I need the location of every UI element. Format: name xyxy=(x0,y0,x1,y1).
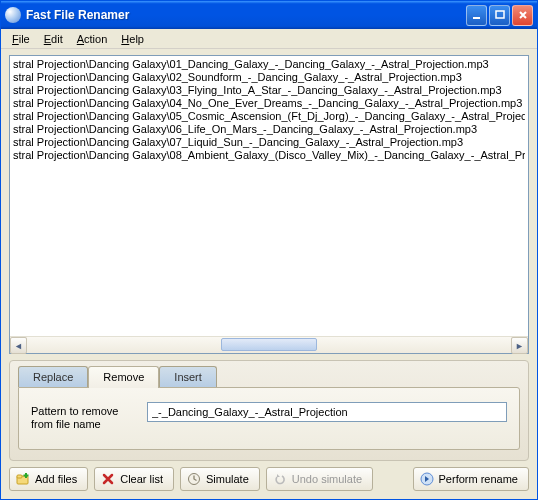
horizontal-scrollbar[interactable]: ◄ ► xyxy=(10,336,528,353)
tab-remove-body: Pattern to remove from file name xyxy=(18,387,520,450)
menu-action[interactable]: Action xyxy=(70,31,115,47)
clear-list-label: Clear list xyxy=(120,473,163,485)
titlebar: Fast File Renamer xyxy=(1,1,537,29)
undo-simulate-label: Undo simulate xyxy=(292,473,362,485)
pattern-remove-input[interactable] xyxy=(147,402,507,422)
tab-replace[interactable]: Replace xyxy=(18,366,88,387)
file-list-row[interactable]: stral Projection\Dancing Galaxy\05_Cosmi… xyxy=(13,110,525,123)
maximize-button[interactable] xyxy=(489,5,510,26)
simulate-button[interactable]: Simulate xyxy=(180,467,260,491)
menu-edit[interactable]: Edit xyxy=(37,31,70,47)
scrollbar-thumb[interactable] xyxy=(221,338,318,351)
file-list-row[interactable]: stral Projection\Dancing Galaxy\07_Liqui… xyxy=(13,136,525,149)
tab-remove[interactable]: Remove xyxy=(88,366,159,388)
svg-rect-0 xyxy=(473,17,480,19)
clear-x-icon xyxy=(101,472,115,486)
undo-icon xyxy=(273,472,287,486)
file-list-row[interactable]: stral Projection\Dancing Galaxy\01_Danci… xyxy=(13,58,525,71)
undo-simulate-button[interactable]: Undo simulate xyxy=(266,467,373,491)
add-files-label: Add files xyxy=(35,473,77,485)
toolbar-spacer xyxy=(379,467,406,491)
tab-insert[interactable]: Insert xyxy=(159,366,217,387)
app-icon xyxy=(5,7,21,23)
file-list-row[interactable]: stral Projection\Dancing Galaxy\03_Flyin… xyxy=(13,84,525,97)
clock-icon xyxy=(187,472,201,486)
content-area: stral Projection\Dancing Galaxy\01_Danci… xyxy=(1,49,537,499)
perform-rename-label: Perform rename xyxy=(439,473,518,485)
bottom-toolbar: Add files Clear list Simulate Undo simul… xyxy=(9,467,529,491)
clear-list-button[interactable]: Clear list xyxy=(94,467,174,491)
window-title: Fast File Renamer xyxy=(26,8,464,22)
file-list-row[interactable]: stral Projection\Dancing Galaxy\08_Ambie… xyxy=(13,149,525,162)
folder-add-icon xyxy=(16,472,30,486)
file-list-row[interactable]: stral Projection\Dancing Galaxy\02_Sound… xyxy=(13,71,525,84)
file-list-row[interactable]: stral Projection\Dancing Galaxy\06_Life_… xyxy=(13,123,525,136)
tab-strip: Replace Remove Insert xyxy=(10,361,528,387)
svg-rect-1 xyxy=(496,11,504,18)
scroll-right-button[interactable]: ► xyxy=(511,337,528,354)
menubar: File Edit Action Help xyxy=(1,29,537,49)
arrow-right-circle-icon xyxy=(420,472,434,486)
menu-file[interactable]: File xyxy=(5,31,37,47)
file-list[interactable]: stral Projection\Dancing Galaxy\01_Danci… xyxy=(10,56,528,336)
simulate-label: Simulate xyxy=(206,473,249,485)
pattern-remove-label: Pattern to remove from file name xyxy=(31,402,139,431)
minimize-button[interactable] xyxy=(466,5,487,26)
add-files-button[interactable]: Add files xyxy=(9,467,88,491)
svg-rect-3 xyxy=(17,475,22,478)
options-panel: Replace Remove Insert Pattern to remove … xyxy=(9,360,529,461)
menu-help[interactable]: Help xyxy=(114,31,151,47)
app-window: Fast File Renamer File Edit Action Help … xyxy=(0,0,538,500)
close-button[interactable] xyxy=(512,5,533,26)
file-list-panel: stral Projection\Dancing Galaxy\01_Danci… xyxy=(9,55,529,354)
scrollbar-track[interactable] xyxy=(27,337,511,353)
file-list-row[interactable]: stral Projection\Dancing Galaxy\04_No_On… xyxy=(13,97,525,110)
scroll-left-button[interactable]: ◄ xyxy=(10,337,27,354)
perform-rename-button[interactable]: Perform rename xyxy=(413,467,529,491)
